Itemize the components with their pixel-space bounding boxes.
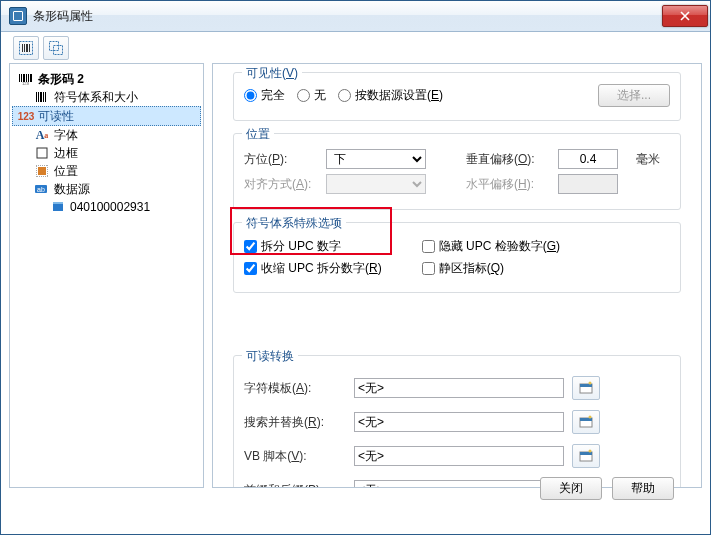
svg-rect-18 (45, 92, 46, 102)
convert-replace-input[interactable] (354, 412, 564, 432)
convert-row-template: 字符模板(A): (244, 376, 670, 400)
svg-rect-7 (19, 74, 20, 82)
align-select (326, 174, 426, 194)
convert-affix-label: 前缀和后缀(P): (244, 482, 354, 489)
font-icon: Aa (34, 128, 50, 142)
align-label: 对齐方式(A): (244, 176, 314, 193)
data-icon (50, 200, 66, 214)
tree-item-label: 字体 (54, 127, 78, 144)
tree-item-border[interactable]: 边框 (12, 144, 201, 162)
toolbar-btn-1[interactable] (13, 36, 39, 60)
v-offset-unit: 毫米 (636, 151, 660, 168)
svg-text:123: 123 (22, 81, 29, 85)
convert-replace-button[interactable] (572, 410, 600, 434)
convert-legend: 可读转换 (242, 348, 298, 365)
special-split-checkbox[interactable]: 拆分 UPC 数字 (244, 238, 341, 255)
radio-none-label: 无 (314, 87, 326, 104)
position-group: 位置 方位(P): 下 对齐方式(A): 垂 (233, 133, 681, 210)
visibility-group: 可见性(V) 完全 无 按数据源设置(E) 选择... (233, 72, 681, 121)
tree-item-label: 040100002931 (70, 200, 150, 214)
special-quiet-label: 静区指标(Q) (439, 260, 504, 277)
convert-template-input[interactable] (354, 378, 564, 398)
title-bar: 条形码属性 (1, 1, 710, 32)
tree-item-label: 位置 (54, 163, 78, 180)
svg-rect-2 (24, 44, 25, 52)
special-shrink-label: 收缩 UPC 拆分数字(R) (261, 260, 382, 277)
svg-rect-24 (53, 204, 63, 211)
special-options-group: 符号体系特殊选项 拆分 UPC 数字 收缩 UPC 拆分数字(R) 隐藏 UPC… (233, 222, 681, 293)
tree-item-datasource[interactable]: ab 数据源 (12, 180, 201, 198)
radio-full-label: 完全 (261, 87, 285, 104)
convert-vb-input[interactable] (354, 446, 564, 466)
convert-template-label: 字符模板(A): (244, 380, 354, 397)
convert-row-replace: 搜索并替换(R): (244, 410, 670, 434)
barcode-multi-icon (49, 41, 63, 55)
close-dialog-button[interactable]: 关闭 (540, 477, 602, 500)
window-title: 条形码属性 (33, 8, 93, 25)
convert-vb-button[interactable] (572, 444, 600, 468)
app-icon (9, 7, 27, 25)
tree-root-label: 条形码 2 (38, 71, 84, 88)
nav-tree: 123 条形码 2 符号体系和大小 123 可读性 Aa 字体 (9, 63, 204, 488)
h-offset-input (558, 174, 618, 194)
toolbar (9, 37, 702, 59)
datasource-icon: ab (34, 182, 50, 196)
special-shrink-checkbox[interactable]: 收缩 UPC 拆分数字(R) (244, 260, 382, 277)
special-legend: 符号体系特殊选项 (242, 215, 346, 232)
convert-template-button[interactable] (572, 376, 600, 400)
convert-row-vb: VB 脚本(V): (244, 444, 670, 468)
special-hidecheck-checkbox[interactable]: 隐藏 UPC 检验数字(G) (422, 238, 560, 255)
h-offset-label: 水平偏移(H): (466, 176, 546, 193)
convert-vb-label: VB 脚本(V): (244, 448, 354, 465)
svg-rect-3 (26, 44, 28, 52)
help-button[interactable]: 帮助 (612, 477, 674, 500)
tree-item-label: 数据源 (54, 181, 90, 198)
radio-full[interactable]: 完全 (244, 87, 285, 104)
orientation-select[interactable]: 下 (326, 149, 426, 169)
tree-item-readability[interactable]: 123 可读性 (12, 106, 201, 126)
select-source-button[interactable]: 选择... (598, 84, 670, 107)
svg-rect-1 (22, 44, 23, 52)
svg-point-34 (589, 450, 592, 453)
tree-root[interactable]: 123 条形码 2 (12, 70, 201, 88)
v-offset-label: 垂直偏移(O): (466, 151, 546, 168)
svg-rect-14 (36, 92, 37, 102)
barcode-select-icon (19, 41, 33, 55)
wizard-icon (579, 449, 593, 463)
special-quiet-checkbox[interactable]: 静区指标(Q) (422, 260, 504, 277)
svg-point-28 (589, 382, 592, 385)
svg-rect-19 (37, 148, 47, 158)
position-icon (34, 164, 50, 178)
tree-item-label: 符号体系和大小 (54, 89, 138, 106)
settings-panel: 可见性(V) 完全 无 按数据源设置(E) 选择... 位置 方位(P): 下 (212, 63, 702, 488)
v-offset-input[interactable] (558, 149, 618, 169)
special-hidecheck-label: 隐藏 UPC 检验数字(G) (439, 238, 560, 255)
tree-item-symbology[interactable]: 符号体系和大小 (12, 88, 201, 106)
tree-item-label: 边框 (54, 145, 78, 162)
orientation-label: 方位(P): (244, 151, 314, 168)
close-button[interactable] (662, 5, 708, 27)
toolbar-btn-2[interactable] (43, 36, 69, 60)
svg-rect-25 (53, 202, 63, 204)
svg-rect-4 (29, 44, 30, 52)
svg-rect-16 (40, 92, 42, 102)
content-area: 123 条形码 2 符号体系和大小 123 可读性 Aa 字体 (9, 37, 702, 526)
border-icon (34, 146, 50, 160)
special-split-label: 拆分 UPC 数字 (261, 238, 341, 255)
close-icon (680, 11, 690, 21)
radio-by-source[interactable]: 按数据源设置(E) (338, 87, 443, 104)
tree-item-position[interactable]: 位置 (12, 162, 201, 180)
svg-point-31 (589, 416, 592, 419)
tree-item-font[interactable]: Aa 字体 (12, 126, 201, 144)
radio-by-source-label: 按数据源设置(E) (355, 87, 443, 104)
dialog-footer: 关闭 帮助 (540, 477, 674, 500)
svg-rect-12 (30, 74, 32, 82)
tree-item-datasource-value[interactable]: 040100002931 (12, 198, 201, 216)
convert-affix-input[interactable] (354, 480, 564, 488)
radio-none[interactable]: 无 (297, 87, 326, 104)
svg-rect-15 (38, 92, 39, 102)
barcode-icon: 123 (18, 72, 34, 86)
number-icon: 123 (18, 109, 34, 123)
svg-text:ab: ab (37, 186, 45, 193)
dialog-window: 条形码属性 (0, 0, 711, 535)
